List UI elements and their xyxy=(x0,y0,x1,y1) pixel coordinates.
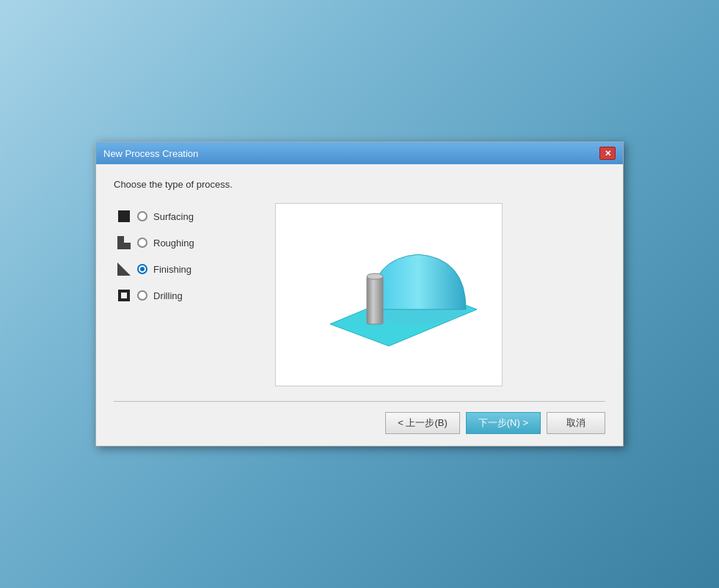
svg-marker-0 xyxy=(117,236,131,249)
roughing-icon-shape xyxy=(117,236,131,249)
footer-buttons: < 上一步(B) 下一步(N) > 取消 xyxy=(114,412,605,434)
cancel-button[interactable]: 取消 xyxy=(547,412,605,434)
finishing-label: Finishing xyxy=(153,264,191,275)
finishing-icon xyxy=(117,262,131,276)
surfacing-icon-shape xyxy=(118,210,130,222)
roughing-label: Roughing xyxy=(153,238,194,249)
option-surfacing[interactable]: Surfacing xyxy=(114,203,260,229)
finishing-icon-shape xyxy=(117,262,131,276)
svg-rect-4 xyxy=(367,276,383,324)
title-bar: New Process Creation ✕ xyxy=(96,142,623,164)
next-button[interactable]: 下一步(N) > xyxy=(466,412,541,434)
option-drilling[interactable]: Drilling xyxy=(114,282,260,309)
close-button[interactable]: ✕ xyxy=(599,147,616,160)
radio-roughing[interactable] xyxy=(137,238,147,248)
radio-finishing[interactable] xyxy=(137,264,147,274)
radio-surfacing[interactable] xyxy=(137,211,147,221)
content-area: Surfacing Roughing xyxy=(114,203,605,386)
dialog-body: Choose the type of process. Surfacing xyxy=(96,164,623,394)
drilling-icon-shape xyxy=(118,290,130,301)
dialog-new-process: New Process Creation ✕ Choose the type o… xyxy=(95,142,624,446)
surfacing-icon xyxy=(117,209,131,224)
roughing-icon xyxy=(117,235,131,250)
svg-marker-1 xyxy=(117,262,131,276)
surfacing-label: Surfacing xyxy=(153,211,194,222)
option-roughing[interactable]: Roughing xyxy=(114,229,260,256)
svg-point-5 xyxy=(367,273,383,279)
option-finishing[interactable]: Finishing xyxy=(114,256,260,282)
preview-area xyxy=(275,203,503,386)
prev-button[interactable]: < 上一步(B) xyxy=(385,412,460,434)
instruction-text: Choose the type of process. xyxy=(114,179,605,190)
dialog-footer: < 上一步(B) 下一步(N) > 取消 xyxy=(96,394,623,446)
radio-drilling[interactable] xyxy=(137,290,147,301)
dialog-title: New Process Creation xyxy=(103,148,198,159)
preview-image xyxy=(286,214,492,375)
drilling-label: Drilling xyxy=(153,290,183,301)
footer-divider xyxy=(114,401,605,402)
drilling-icon xyxy=(117,288,131,303)
options-list: Surfacing Roughing xyxy=(114,203,260,309)
